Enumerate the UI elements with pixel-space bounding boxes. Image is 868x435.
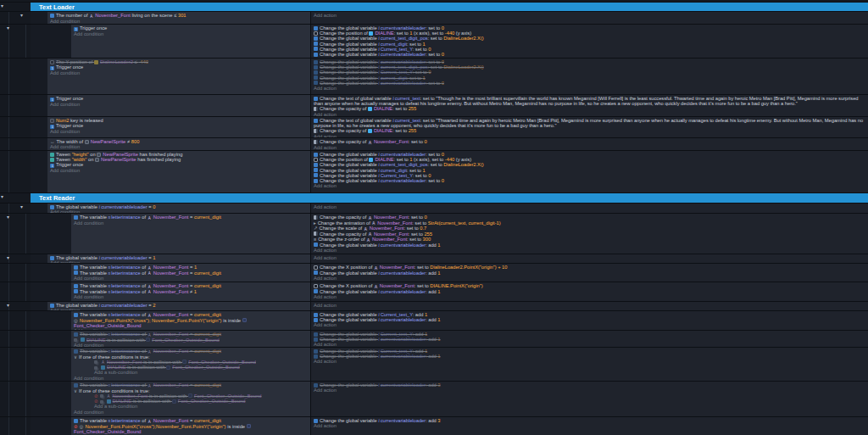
collapse-chevron-icon[interactable]: ▾ xyxy=(1,194,3,199)
add-action-link[interactable]: Add action xyxy=(314,13,865,18)
collapse-chevron-icon[interactable]: ▾ xyxy=(20,13,23,18)
actions-cell[interactable]: Change the global variable icurrentvaria… xyxy=(310,417,868,435)
add-action-link[interactable]: Add action xyxy=(314,248,865,253)
add-action-link[interactable]: Add action xyxy=(314,134,865,137)
condition-line[interactable]: The variable nletterinstance of ANovembe… xyxy=(74,382,308,388)
add-condition-link[interactable]: Add condition xyxy=(50,102,308,107)
actions-cell[interactable]: Change the global variable icurrentvaria… xyxy=(310,382,868,416)
actions-cell[interactable]: Change the X position of ANovember_Font:… xyxy=(310,282,868,301)
add-action-link[interactable]: Add action xyxy=(314,388,865,393)
condition-line[interactable]: DIALINE is in collision with Font_Checke… xyxy=(74,365,308,370)
condition-line[interactable]: The Y position of DialineLoader2 ≤ -440 xyxy=(50,59,308,64)
actions-cell[interactable]: Add action xyxy=(310,12,868,24)
tree-guide-line xyxy=(8,151,9,192)
actions-cell[interactable]: Change the global variable iCurrent_text… xyxy=(310,311,868,330)
actions-cell[interactable]: Add action xyxy=(310,204,868,213)
conditions-cell[interactable]: The variable nletterinstance of ANovembe… xyxy=(31,331,310,347)
actions-cell[interactable]: Change the global variable iCurrent_text… xyxy=(310,331,868,347)
add-action-link[interactable]: Add action xyxy=(314,255,865,260)
conditions-cell[interactable]: The global variable icurrentvariableload… xyxy=(31,302,310,310)
add-action-link[interactable]: Add action xyxy=(314,303,865,308)
add-condition-link[interactable]: Add condition xyxy=(50,144,308,149)
add-condition-link[interactable]: Add condition xyxy=(74,343,308,347)
dialine-object-icon xyxy=(81,337,85,342)
condition-line[interactable]: DIALINE is in collision with Font_Checke… xyxy=(74,337,308,343)
add-action-link[interactable]: Add action xyxy=(314,183,865,188)
add-action-link[interactable]: Add action xyxy=(314,145,865,150)
action-line[interactable]: Change the global variable icurrentvaria… xyxy=(314,382,865,388)
add-condition-link[interactable]: Add condition xyxy=(50,260,308,263)
add-action-link[interactable]: Add action xyxy=(314,359,865,364)
group-header[interactable]: Text Loader xyxy=(31,3,868,11)
collapse-chevron-icon[interactable]: ▾ xyxy=(1,3,3,8)
collapse-chevron-icon[interactable]: ▾ xyxy=(7,25,9,31)
add-condition-link[interactable]: Add condition xyxy=(74,31,308,36)
conditions-cell[interactable]: The global variable icurrentvariableload… xyxy=(31,204,310,213)
collapse-chevron-icon[interactable]: ▾ xyxy=(7,255,9,260)
conditions-cell[interactable]: 1Trigger onceAdd condition xyxy=(31,25,310,58)
add-condition-link[interactable]: Add condition xyxy=(74,220,308,226)
conditions-cell[interactable]: The variable nletterinstance of ANovembe… xyxy=(31,282,310,301)
conditions-cell[interactable]: The Y position of DialineLoader2 ≤ -4401… xyxy=(31,59,310,94)
condition-line[interactable]: ◎November_Font.PointX("cross"); November… xyxy=(74,318,308,328)
action-line[interactable]: Change the text of global variable icurr… xyxy=(314,118,865,128)
group-header[interactable]: Text Reader xyxy=(31,193,868,203)
condition-line[interactable]: ⊘◎November_Font.PointX("cross");November… xyxy=(74,424,308,434)
add-action-link[interactable]: Add action xyxy=(314,112,865,116)
actions-cell[interactable]: Add action xyxy=(310,302,868,310)
add-action-link[interactable]: Add action xyxy=(314,342,865,347)
add-action-link[interactable]: Add action xyxy=(314,57,865,58)
action-line[interactable]: Change the text of global variable icurr… xyxy=(314,96,865,106)
actions-cell[interactable]: Change the opacity of ANovember_Font: se… xyxy=(310,214,868,254)
november-font-object-icon: A xyxy=(147,216,152,220)
add-condition-link[interactable]: Add condition xyxy=(50,70,308,75)
event-row: The variable nletterinstance of ANovembe… xyxy=(0,310,868,330)
condition-line[interactable]: ⊘DIALINE is in collision with Font_Check… xyxy=(74,399,308,404)
add-condition-link[interactable]: Add condition xyxy=(50,308,308,310)
action-line[interactable]: Change the global variable icurrentvaria… xyxy=(314,81,865,86)
conditions-cell[interactable]: The variable nletterinstance of ANovembe… xyxy=(31,264,310,282)
collapse-chevron-icon[interactable]: ▾ xyxy=(7,215,9,220)
add-condition-link[interactable]: Add condition xyxy=(50,129,308,134)
actions-cell[interactable]: Change the global variable icurrentvaria… xyxy=(310,59,868,94)
conditions-cell[interactable]: The number of ANovember_Font living on t… xyxy=(31,12,310,24)
conditions-cell[interactable]: The global variable icurrentvariableload… xyxy=(31,254,310,263)
add-action-link[interactable]: Add action xyxy=(314,294,865,299)
action-line[interactable]: Change the global variable icurrentvaria… xyxy=(314,337,865,342)
add-condition-link[interactable]: Add condition xyxy=(74,410,308,415)
conditions-cell[interactable]: The variable nletterinstance of ANovembe… xyxy=(31,417,310,435)
add-condition-link[interactable]: Add condition xyxy=(50,168,308,173)
actions-cell[interactable]: Change the text of global variable icurr… xyxy=(310,95,868,116)
actions-cell[interactable]: Add action xyxy=(310,254,868,263)
add-condition-link[interactable]: Add condition xyxy=(74,294,308,299)
conditions-cell[interactable]: Tween "height" on NewPanelSprite has fin… xyxy=(31,151,310,192)
conditions-cell[interactable]: The variable nletterinstance of ANovembe… xyxy=(31,311,310,330)
conditions-cell[interactable]: 1Trigger onceAdd condition xyxy=(31,95,310,116)
collapse-chevron-icon[interactable]: ▾ xyxy=(7,303,9,308)
add-condition-link[interactable]: Add condition xyxy=(74,328,308,330)
actions-cell[interactable]: Change the global variable icurrentvaria… xyxy=(310,25,868,58)
actions-cell[interactable]: Change the global variable icurrentvaria… xyxy=(310,151,868,192)
add-condition-link[interactable]: Add condition xyxy=(50,209,308,213)
add-condition-link[interactable]: Add condition xyxy=(74,276,308,281)
conditions-cell[interactable]: The variable nletterinstance of ANovembe… xyxy=(31,382,310,416)
actions-cell[interactable]: Change the global variable iCurrent_text… xyxy=(310,348,868,381)
add-action-link[interactable]: Add action xyxy=(314,86,865,91)
action-line[interactable]: Change the global variable icurrentvaria… xyxy=(314,354,865,359)
collapse-chevron-icon[interactable]: ▾ xyxy=(20,204,23,209)
condition-line[interactable]: The variable nletterinstance of ANovembe… xyxy=(74,349,308,354)
actions-cell[interactable]: Change the text of global variable icurr… xyxy=(310,117,868,137)
add-action-link[interactable]: Add action xyxy=(314,204,865,209)
actions-cell[interactable]: Change the opacity of ANovember_Font: se… xyxy=(310,138,868,150)
conditions-cell[interactable]: The variable nletterinstance of ANovembe… xyxy=(31,348,310,381)
conditions-cell[interactable]: ↔The width of NewPanelSprite ≠ 800Add co… xyxy=(31,138,310,150)
add-action-link[interactable]: Add action xyxy=(314,322,865,327)
add-action-link[interactable]: Add action xyxy=(314,423,865,428)
text-segment: The variable xyxy=(80,265,108,270)
add-condition-link[interactable]: Add condition xyxy=(74,376,308,381)
conditions-cell[interactable]: The variable nletterinstance of ANovembe… xyxy=(31,214,310,254)
actions-cell[interactable]: Change the X position of ANovember_Font:… xyxy=(310,264,868,282)
add-condition-link[interactable]: Add condition xyxy=(50,19,308,24)
add-action-link[interactable]: Add action xyxy=(314,276,865,281)
conditions-cell[interactable]: Num2 key is released1Trigger onceAdd con… xyxy=(31,117,310,137)
